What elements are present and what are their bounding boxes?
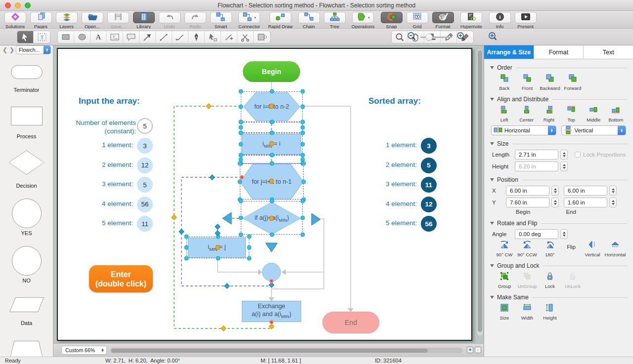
toolbar-button-solutions[interactable]: Solutions xyxy=(3,12,27,29)
selection-handle[interactable] xyxy=(302,162,306,166)
selection-handle[interactable] xyxy=(301,125,305,130)
text-select-button[interactable]: T xyxy=(34,31,50,43)
selection-handle[interactable] xyxy=(301,216,305,220)
stepper-control[interactable] xyxy=(560,162,568,171)
shape-lock-marker[interactable] xyxy=(270,179,273,184)
reshape-tool-button[interactable] xyxy=(205,31,221,43)
selection-handle[interactable] xyxy=(247,235,252,239)
selection-handle[interactable] xyxy=(239,131,243,135)
toolbar-button-rapid-draw[interactable]: Rapid Draw xyxy=(266,12,295,29)
toolbar-button-present[interactable]: Present xyxy=(513,12,538,29)
tab-text[interactable]: Text xyxy=(584,45,633,59)
zoom-out-icon[interactable] xyxy=(407,32,416,42)
toolbar-button-hypernote[interactable]: Hypernote xyxy=(456,12,486,29)
selection-handle[interactable] xyxy=(247,256,252,261)
glued-endpoint-dot[interactable] xyxy=(270,279,274,283)
selection-handle[interactable] xyxy=(216,256,220,261)
input-element-value[interactable]: 3 xyxy=(137,138,153,154)
toolbar-button-pages[interactable]: Pages xyxy=(29,12,53,29)
selection-handle[interactable] xyxy=(270,162,274,166)
panel-button-flip-vertical[interactable]: Vertical xyxy=(581,240,604,257)
length-input[interactable]: 2.71 in xyxy=(515,150,558,160)
selection-handle[interactable] xyxy=(239,125,243,130)
tab-arrange-size[interactable]: Arrange & Size xyxy=(484,45,534,59)
y-end-input[interactable]: 1.60 in xyxy=(564,198,607,207)
panel-button-center[interactable]: Center xyxy=(515,105,538,122)
flow-begin-terminator[interactable]: Begin xyxy=(243,61,300,82)
panel-button-90-cw[interactable]: 90° CW xyxy=(493,240,516,257)
zoom-level-dropdown[interactable]: Custom 66% ▲▼ xyxy=(61,346,107,355)
glued-endpoint-dot[interactable] xyxy=(270,320,274,324)
selection-handle[interactable] xyxy=(270,153,274,158)
sorted-element-value[interactable]: 11 xyxy=(421,177,437,193)
selection-handle[interactable] xyxy=(239,89,243,94)
input-element-value[interactable]: 5 xyxy=(137,177,153,193)
stepper-control[interactable] xyxy=(609,186,617,196)
panel-button-group[interactable]: Group xyxy=(493,272,516,289)
stencil-terminator[interactable]: Terminator xyxy=(0,54,53,93)
selection-handle[interactable] xyxy=(238,162,242,166)
flow-exchange-process[interactable]: Exchangea(i) and a(iMIN) xyxy=(242,301,301,322)
panel-button-90-ccw[interactable]: 90° CCW xyxy=(516,240,539,257)
selection-handle[interactable] xyxy=(270,233,274,237)
selection-handle[interactable] xyxy=(270,199,274,203)
panel-button-flip-horizontal[interactable]: Horizontal xyxy=(604,240,627,257)
selection-handle[interactable] xyxy=(184,235,189,239)
add-anchor-tool-button[interactable] xyxy=(221,31,237,43)
selection-handle[interactable] xyxy=(184,245,189,250)
selection-handle[interactable] xyxy=(301,142,305,146)
toolbar-button-snap[interactable]: Snap xyxy=(379,12,404,29)
shape-lock-marker[interactable] xyxy=(270,104,273,109)
x-begin-input[interactable]: 6.00 in xyxy=(506,186,549,196)
distribute-select-horizontal[interactable]: Horizontal▲▼ xyxy=(491,125,556,135)
collapse-triangle-icon[interactable] xyxy=(490,98,494,101)
library-dropdown[interactable]: Flowch... ▲▼ xyxy=(16,45,51,54)
panel-button-ungroup[interactable]: UnGroup xyxy=(516,272,539,289)
toolbar-button-library[interactable]: Library xyxy=(132,12,156,29)
angle-input[interactable]: 0.00 deg xyxy=(515,229,558,239)
sorted-element-value[interactable]: 12 xyxy=(421,197,437,212)
pen-tool-button[interactable] xyxy=(188,31,205,43)
toolbar-button-layers[interactable]: Layers xyxy=(54,12,79,29)
toolbar-button-undo[interactable]: Undo xyxy=(157,12,181,29)
sorted-element-value[interactable]: 56 xyxy=(421,216,437,232)
selection-handle[interactable] xyxy=(270,89,274,94)
zoom-slider[interactable] xyxy=(420,37,452,38)
input-element-value[interactable]: 56 xyxy=(137,197,153,212)
selection-handle[interactable] xyxy=(301,199,305,203)
collapse-triangle-icon[interactable] xyxy=(490,142,494,145)
element-count-value[interactable]: 5 xyxy=(137,118,153,134)
shape-connect-tool-button[interactable] xyxy=(254,31,270,43)
panel-button-height[interactable]: Height xyxy=(539,303,561,321)
panel-button-unlock[interactable]: UnLock xyxy=(561,272,584,289)
selection-handle[interactable] xyxy=(301,105,305,109)
collapse-triangle-icon[interactable] xyxy=(490,296,494,299)
selection-handle[interactable] xyxy=(184,256,189,261)
selection-handle[interactable] xyxy=(270,131,274,135)
distribute-select-vertical[interactable]: Vertical▲▼ xyxy=(561,125,627,135)
toolbar-button-tree[interactable]: Tree xyxy=(322,12,347,29)
panel-button-bottom[interactable]: Bottom xyxy=(605,105,627,122)
selection-handle[interactable] xyxy=(301,120,305,124)
collapse-triangle-icon[interactable] xyxy=(490,66,494,69)
panel-button-180-[interactable]: 180° xyxy=(539,240,561,257)
toolbar-button-save[interactable]: Save... xyxy=(106,12,130,29)
stepper-control[interactable] xyxy=(609,198,617,207)
input-element-value[interactable]: 12 xyxy=(137,158,153,173)
panel-button-back[interactable]: Back xyxy=(493,74,516,91)
toolbar-button-connector[interactable]: ▾Connector xyxy=(234,12,264,29)
lock-proportions-checkbox[interactable] xyxy=(575,152,581,158)
text-tool-button[interactable]: A xyxy=(90,31,107,43)
selection-handle[interactable] xyxy=(301,131,305,135)
selection-handle[interactable] xyxy=(239,105,243,109)
collapse-triangle-icon[interactable] xyxy=(490,178,494,181)
selection-handle[interactable] xyxy=(239,120,243,124)
selection-handle[interactable] xyxy=(301,89,305,94)
panel-button-top[interactable]: Top xyxy=(560,105,583,122)
panel-button-size[interactable]: Size xyxy=(493,303,516,321)
drawing-page[interactable]: Input the array: Number of elements (con… xyxy=(57,48,472,341)
zoom-fit-icon[interactable] xyxy=(488,32,497,42)
select-button[interactable] xyxy=(17,31,34,43)
tab-format[interactable]: Format xyxy=(534,45,584,59)
callout-tool-button[interactable] xyxy=(123,31,139,43)
